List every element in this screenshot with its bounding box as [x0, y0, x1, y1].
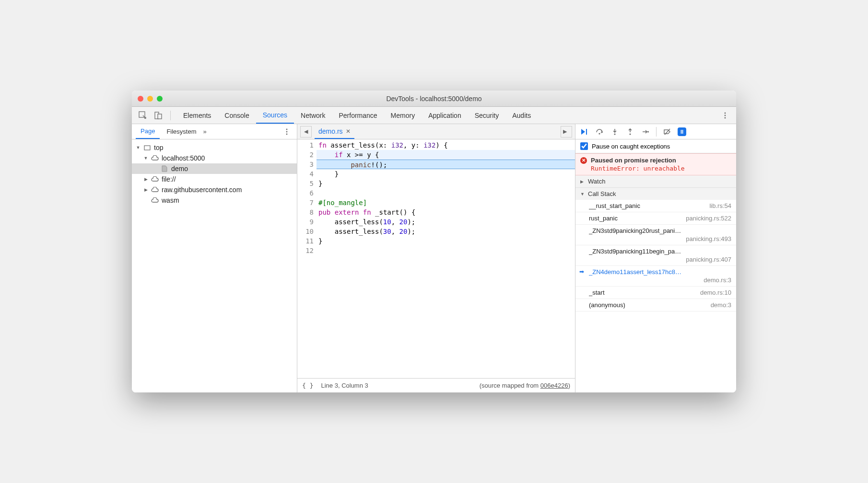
tree-item-label: demo [171, 165, 188, 172]
page-tab[interactable]: Page [136, 124, 160, 139]
pretty-print-icon[interactable]: { } [302, 382, 313, 389]
stack-frame[interactable]: _ZN4demo11assert_less17hc8…demo.rs:3 [575, 266, 736, 287]
panel-tab-elements[interactable]: Elements [176, 107, 218, 124]
panel-tab-audits[interactable]: Audits [505, 107, 538, 124]
maximize-window-button[interactable] [157, 96, 163, 102]
code-line[interactable]: } [317, 236, 575, 246]
pause-on-exceptions-icon[interactable]: II [678, 127, 686, 136]
code-line[interactable]: assert_less(30, 20); [317, 227, 575, 236]
svg-point-4 [725, 115, 726, 116]
cloud-icon [151, 175, 159, 183]
resume-icon[interactable] [579, 127, 589, 137]
folder-icon [143, 144, 151, 151]
frame-function: (anonymous) [589, 301, 707, 309]
call-stack-list: __rust_start_paniclib.rs:54rust_panicpan… [575, 200, 736, 311]
svg-point-3 [725, 112, 726, 114]
stack-frame[interactable]: _ZN3std9panicking11begin_pa…panicking.rs… [575, 245, 736, 266]
paused-banner: ✕ Paused on promise rejection RuntimeErr… [575, 153, 736, 175]
tree-item-localhost-5000[interactable]: ▼localhost:5000 [132, 153, 297, 163]
code-line[interactable] [317, 246, 575, 255]
panel-tab-application[interactable]: Application [422, 107, 468, 124]
code-editor[interactable]: 123456789101112 fn assert_less(x: i32, y… [297, 139, 575, 378]
panel-tab-performance[interactable]: Performance [332, 107, 384, 124]
close-tab-icon[interactable]: ✕ [346, 128, 351, 135]
frame-location: lib.rs:54 [709, 202, 731, 209]
file-tab-demo[interactable]: demo.rs ✕ [315, 124, 354, 139]
code-line[interactable]: fn assert_less(x: i32, y: i32) { [317, 140, 575, 150]
cloud-icon [151, 154, 159, 162]
panel-tab-sources[interactable]: Sources [256, 107, 294, 124]
navigator-pane: Page Filesystem » ▼top▼localhost:5000dem… [132, 124, 297, 392]
file-icon [161, 165, 168, 172]
code-line[interactable]: } [317, 169, 575, 179]
filesystem-tab[interactable]: Filesystem [162, 124, 201, 139]
pause-caught-checkbox[interactable] [580, 142, 588, 150]
frame-function: __rust_start_panic [589, 202, 705, 209]
frame-location: panicking.rs:522 [686, 215, 731, 222]
expand-icon: ▼ [580, 192, 585, 196]
svg-point-5 [725, 117, 726, 118]
frame-function: _start [589, 289, 696, 296]
tree-item-label: file:// [162, 175, 176, 183]
code-line[interactable]: if x >= y { [317, 150, 575, 160]
more-options-icon[interactable] [719, 109, 731, 122]
source-map-link[interactable]: 006e4226 [540, 382, 568, 389]
stack-frame[interactable]: (anonymous)demo:3 [575, 299, 736, 311]
minimize-window-button[interactable] [147, 96, 153, 102]
source-map-info: (source mapped from 006e4226) [480, 382, 570, 389]
error-icon: ✕ [580, 157, 587, 164]
step-into-icon[interactable] [610, 127, 620, 137]
tree-item-demo[interactable]: demo [132, 163, 297, 174]
stack-frame[interactable]: rust_panicpanicking.rs:522 [575, 212, 736, 225]
file-tab-label: demo.rs [318, 127, 343, 135]
panel-tab-network[interactable]: Network [294, 107, 332, 124]
editor-pane: ◀ demo.rs ✕ ▶ 123456789101112 fn assert_… [297, 124, 575, 392]
tree-item-label: raw.githubusercontent.com [162, 186, 242, 194]
callstack-label: Call Stack [588, 190, 616, 197]
svg-rect-10 [586, 129, 587, 135]
nav-back-icon[interactable]: ◀ [300, 126, 312, 138]
inspect-element-icon[interactable] [137, 109, 149, 122]
tree-item-wasm[interactable]: wasm [132, 195, 297, 206]
device-toolbar-icon[interactable] [152, 109, 164, 122]
callstack-section-header[interactable]: ▼ Call Stack [575, 188, 736, 200]
stack-frame[interactable]: _startdemo.rs:10 [575, 287, 736, 299]
code-line[interactable] [317, 188, 575, 198]
devtools-window: DevTools - localhost:5000/demo ElementsC… [132, 91, 736, 392]
step-over-icon[interactable] [595, 127, 604, 137]
svg-point-14 [647, 131, 649, 132]
code-line[interactable]: assert_less(10, 20); [317, 217, 575, 227]
frame-location: panicking.rs:493 [589, 235, 731, 242]
code-line[interactable]: } [317, 179, 575, 188]
tree-item-raw-githubusercontent-com[interactable]: ▶raw.githubusercontent.com [132, 184, 297, 195]
nav-forward-icon[interactable]: ▶ [561, 126, 572, 138]
more-tabs-icon[interactable]: » [203, 128, 207, 135]
stack-frame[interactable]: __rust_start_paniclib.rs:54 [575, 200, 736, 212]
frame-function: rust_panic [589, 215, 682, 222]
deactivate-breakpoints-icon[interactable] [662, 127, 672, 137]
cloud-icon [151, 196, 159, 204]
close-window-button[interactable] [138, 96, 143, 102]
frame-location: panicking.rs:407 [589, 256, 731, 263]
cloud-icon [151, 186, 159, 194]
stack-frame[interactable]: _ZN3std9panicking20rust_pani…panicking.r… [575, 225, 736, 245]
paused-title: Paused on promise rejection [591, 157, 676, 164]
svg-point-12 [614, 133, 615, 135]
panel-tab-console[interactable]: Console [218, 107, 256, 124]
step-icon[interactable] [641, 127, 650, 137]
code-line[interactable]: #[no_mangle] [317, 198, 575, 207]
watch-section-header[interactable]: ▶ Watch [575, 175, 736, 187]
tree-item-top[interactable]: ▼top [132, 142, 297, 153]
frame-location: demo.rs:3 [589, 276, 731, 284]
tree-item-file---[interactable]: ▶file:// [132, 174, 297, 184]
frame-function: _ZN4demo11assert_less17hc8… [589, 268, 731, 276]
frame-location: demo.rs:10 [700, 289, 731, 296]
code-line[interactable]: panic!(); [317, 160, 575, 169]
panel-tab-security[interactable]: Security [468, 107, 506, 124]
code-line[interactable]: pub extern fn _start() { [317, 207, 575, 217]
navigator-more-icon[interactable] [281, 126, 293, 138]
step-out-icon[interactable] [625, 127, 635, 137]
pause-caught-row: Pause on caught exceptions [575, 139, 736, 153]
panel-tab-memory[interactable]: Memory [384, 107, 422, 124]
svg-rect-2 [158, 114, 162, 119]
